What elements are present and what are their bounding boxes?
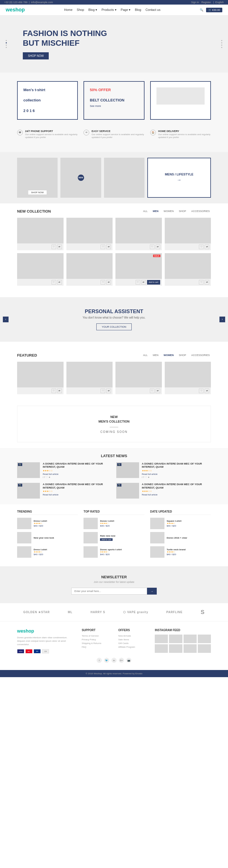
instagram-image[interactable] [155,644,168,653]
wishlist-btn[interactable]: ♡ [150,389,154,393]
compare-btn[interactable]: ⇄ [106,389,111,393]
search-icon[interactable]: 🔍 [200,8,203,11]
footer-link[interactable]: Affiliate Program [118,646,146,648]
mini-product: Dress t-shirt ★★★★☆ $40 / $20 [17,518,78,529]
news-image: 📷 [116,483,139,499]
product-name: Donec 2016 + clear [167,536,187,539]
filter-shop[interactable]: SHOP [178,209,187,213]
personal-cta-btn[interactable]: YOUR COLLECTION [96,323,132,330]
mini-product: Donec 2016 + clear [150,532,211,544]
facebook-link[interactable]: f [97,658,102,663]
product-name: Rate new now [100,534,115,537]
nav-blog2[interactable]: Blog [135,8,141,12]
new-collection-header: NEW COLLECTION ALL MEN WOMEN SHOP ACCESS… [17,209,211,213]
googleplus-link[interactable]: G+ [119,658,124,663]
compare-btn[interactable]: ⇄ [106,280,111,285]
wishlist-btn[interactable]: ♡ [150,245,154,249]
instagram-image[interactable] [198,634,211,643]
instagram-image[interactable] [198,644,211,653]
nav-shop[interactable]: Shop [77,8,84,12]
top-bar: +32 (0) 123 456 789 | info@example.com S… [0,0,228,5]
compare-btn[interactable]: ⇄ [106,245,111,249]
register-link[interactable]: Register [201,1,211,4]
read-more-link[interactable]: Read full article [142,493,211,496]
compare-btn[interactable]: ⇄ [156,389,160,393]
nav-blog[interactable]: Blog ▾ [88,8,97,12]
filter-all[interactable]: ALL [142,209,149,213]
add-to-cart-btn[interactable]: Add to cart [147,280,160,285]
footer-link[interactable]: Gift Cards [118,642,146,645]
featured-filter-all[interactable]: ALL [142,353,149,357]
wishlist-btn[interactable]: ♡ [101,389,105,393]
nav-contact[interactable]: Contact us [145,8,160,12]
read-more-link[interactable]: Read full article [43,473,112,475]
product-name: Turtle neck brand [167,548,186,551]
read-more-link[interactable]: Read full article [43,493,112,496]
showcase-cta-box[interactable]: MENS / LIFESTYLE → [147,158,211,198]
promo-belt-title: 50% OFFER BELT COLLECTION [90,87,138,103]
news-image: 📷 [17,462,40,478]
footer-logo[interactable]: weshop [17,628,73,634]
footer-link[interactable]: Privacy Policy [82,638,110,641]
wishlist-btn[interactable]: ♡ [51,245,56,249]
wishlist-btn[interactable]: ♡ [51,280,56,285]
product-image [66,362,113,388]
wishlist-btn[interactable]: ♡ [51,389,56,393]
instagram-image[interactable] [184,634,197,643]
featured-filter-accessories[interactable]: ACCESSORIES [190,353,211,357]
feature-title-1: EASY SERVICE [91,130,144,132]
language[interactable]: English [215,1,224,4]
footer-col-about: weshop Donec gravida interdum diam vitae… [17,628,73,653]
nav-products[interactable]: Products ▾ [102,8,116,12]
next-arrow[interactable]: › [220,317,225,322]
wishlist-btn[interactable]: ♡ [199,245,203,249]
compare-btn[interactable]: ⇄ [141,280,146,285]
wishlist-btn[interactable]: ♡ [199,389,203,393]
read-more-link[interactable]: Read full article [142,473,211,475]
add-to-cart-mini[interactable]: Add to cart [100,538,113,541]
featured-filter-women[interactable]: WOMEN [162,353,175,357]
filter-accessories[interactable]: ACCESSORIES [190,209,211,213]
instagram-image[interactable] [169,644,182,653]
instagram-image[interactable] [155,634,168,643]
wishlist-btn[interactable]: ♡ [101,245,105,249]
featured-filter-shop[interactable]: SHOP [178,353,187,357]
prev-arrow[interactable]: ‹ [3,317,8,322]
promo-belt-cta[interactable]: See more [90,104,138,107]
compare-btn[interactable]: ⇄ [156,245,160,249]
footer-link[interactable]: Shipping & Returns [82,642,110,645]
footer-link[interactable]: Sale Items [118,638,146,641]
instagram-link[interactable]: 📷 [126,658,131,663]
newsletter-email-input[interactable] [71,588,147,595]
cart-button[interactable]: 🛒 €30.00 [206,8,222,12]
wishlist-btn[interactable]: ♡ [136,280,140,285]
compare-btn[interactable]: ⇄ [57,245,62,249]
footer-link[interactable]: Terms of Service [82,634,110,637]
compare-btn[interactable]: ⇄ [205,245,209,249]
linkedin-link[interactable]: in [111,658,117,663]
nav-home[interactable]: Home [64,8,72,12]
footer-link[interactable]: FAQ [82,646,110,648]
hero-cta-button[interactable]: SHOP NOW [23,52,49,59]
sign-in-link[interactable]: Sign in [191,1,199,4]
copyright: © 2016 Weshop. All rights reserved. Powe… [85,672,142,675]
logo[interactable]: weshop [6,7,25,13]
compare-btn[interactable]: ⇄ [205,280,209,285]
wishlist-btn[interactable]: ♡ [199,280,203,285]
newsletter-submit-btn[interactable]: → [147,588,157,595]
instagram-image[interactable] [169,634,182,643]
wishlist-btn[interactable]: ♡ [101,280,105,285]
news-social: f T ♡ ★ [43,476,112,478]
instagram-image[interactable] [184,644,197,653]
nav-page[interactable]: Page ▾ [121,8,131,12]
compare-btn[interactable]: ⇄ [57,280,62,285]
filter-men[interactable]: MEN [152,209,160,213]
footer-link[interactable]: New Arrivals [118,634,146,637]
filter-women[interactable]: WOMEN [162,209,175,213]
compare-btn[interactable]: ⇄ [205,389,209,393]
compare-btn[interactable]: ⇄ [57,389,62,393]
shop-now-btn[interactable]: SHOP NOW [28,190,47,195]
twitter-link[interactable]: 🐦 [104,658,109,663]
featured-filter-men[interactable]: MEN [152,353,160,357]
product-actions: ♡ ⇄ [17,388,64,394]
